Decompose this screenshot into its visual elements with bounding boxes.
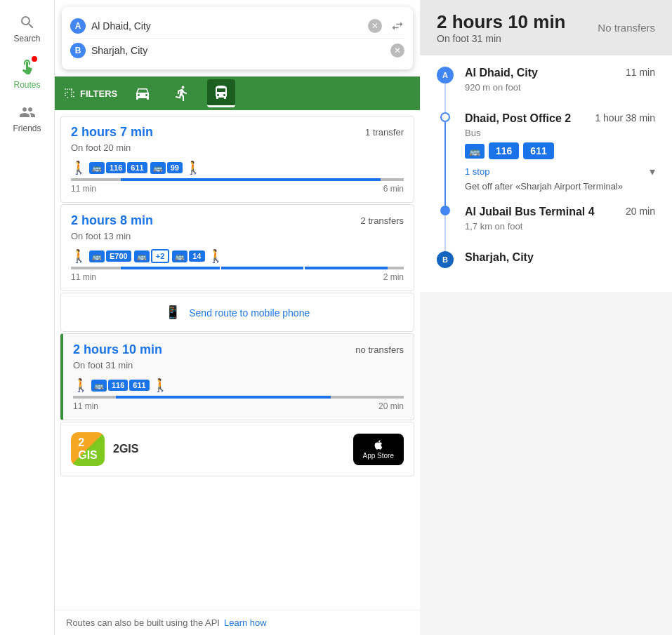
step-row-b: B Sharjah, City bbox=[437, 251, 655, 281]
step-jubail-duration: 20 min bbox=[626, 206, 655, 217]
route3-line116: 116 bbox=[108, 380, 128, 391]
route3-seg2 bbox=[116, 396, 331, 399]
destination-row: B ✕ bbox=[70, 38, 404, 62]
route3-end-time: 20 min bbox=[378, 401, 404, 411]
detail-time-block: 2 hours 10 min On foot 31 min bbox=[437, 11, 566, 44]
step-a-subtitle: 920 m on foot bbox=[465, 82, 655, 93]
origin-input[interactable] bbox=[91, 20, 362, 32]
app-card: 2GIS 2GIS App Store bbox=[60, 422, 414, 476]
app-name: 2GIS bbox=[113, 443, 138, 455]
sidebar-routes-label: Routes bbox=[13, 80, 40, 90]
route1-start-time: 11 min bbox=[71, 184, 96, 194]
route3-transport-line: 🚶 🚌 116 611 🚶 bbox=[73, 377, 404, 393]
step-stop-chevron[interactable]: ▾ bbox=[650, 165, 655, 178]
step-row-a: A Al Dhaid, City 11 min 920 m on foot bbox=[437, 67, 655, 112]
route1-transport-line: 🚶 🚌 116 611 🚌 99 🚶 bbox=[71, 160, 404, 175]
app-store-button[interactable]: App Store bbox=[353, 434, 404, 465]
clear-origin-button[interactable]: ✕ bbox=[368, 19, 382, 33]
send-route-icon: 📱 bbox=[165, 305, 180, 319]
route2-start-time: 11 min bbox=[71, 272, 96, 282]
car-transport-btn[interactable] bbox=[129, 79, 157, 107]
filters-button[interactable]: FILTERS bbox=[63, 87, 117, 100]
step-postoffice-buses: 🚌 116 611 bbox=[465, 142, 655, 159]
step-b-name-row: Sharjah, City bbox=[465, 251, 655, 264]
step-line-postoffice bbox=[444, 122, 446, 206]
sidebar-search-label: Search bbox=[13, 34, 40, 44]
route-card-3[interactable]: 2 hours 10 min no transfers On foot 31 m… bbox=[60, 333, 414, 420]
step-postoffice-name: Dhaid, Post Office 2 bbox=[465, 112, 571, 125]
step-timeline-b: B bbox=[437, 251, 454, 281]
bus-transport-btn[interactable] bbox=[207, 79, 235, 107]
walk-icon bbox=[173, 85, 190, 102]
app-logo-text: 2GIS bbox=[78, 436, 98, 462]
route3-transfers: no transfers bbox=[355, 345, 404, 355]
route3-bus1: 🚌 116 611 bbox=[91, 380, 150, 392]
detail-main-time: 2 hours 10 min bbox=[437, 11, 566, 33]
walk-transport-btn[interactable] bbox=[168, 79, 196, 107]
sidebar-item-routes[interactable]: Routes bbox=[0, 51, 54, 97]
sidebar-item-search[interactable]: Search bbox=[0, 7, 54, 51]
step-timeline-a: A bbox=[437, 67, 454, 112]
route1-line611: 611 bbox=[127, 162, 147, 173]
route2-foot: On foot 13 min bbox=[71, 231, 404, 241]
route1-seg3 bbox=[304, 178, 381, 181]
step-postoffice-mode: Bus bbox=[465, 128, 655, 138]
route3-seg1 bbox=[73, 396, 116, 399]
route1-bus1-icon: 🚌 bbox=[89, 162, 105, 174]
send-route-card[interactable]: 📱 Send route to mobile phone bbox=[60, 293, 414, 332]
route1-header: 2 hours 7 min 1 transfer bbox=[71, 125, 404, 140]
dest-input[interactable] bbox=[91, 45, 385, 56]
route3-walk2-icon: 🚶 bbox=[152, 377, 168, 393]
route1-seg1 bbox=[71, 178, 121, 181]
route1-progress-bar bbox=[71, 178, 404, 181]
origin-row: A ✕ bbox=[70, 14, 404, 38]
step-a-duration: 11 min bbox=[626, 67, 655, 78]
route3-bus1-icon: 🚌 bbox=[91, 380, 107, 392]
step-jubail-name-row: Al Jubail Bus Terminal 4 20 min bbox=[465, 206, 655, 218]
route2-walk2-icon: 🚶 bbox=[208, 248, 223, 264]
step-jubail-name: Al Jubail Bus Terminal 4 bbox=[465, 206, 595, 218]
route3-seg3 bbox=[331, 396, 404, 399]
route1-seg2 bbox=[121, 178, 304, 181]
route3-line611: 611 bbox=[129, 380, 149, 391]
main-panel: A ✕ B ✕ FILTERS bbox=[55, 0, 420, 635]
route-card-1[interactable]: 2 hours 7 min 1 transfer On foot 20 min … bbox=[60, 116, 414, 203]
step-stop-label[interactable]: 1 stop bbox=[465, 166, 489, 177]
route1-bus2: 🚌 99 bbox=[150, 162, 183, 174]
route-card-2[interactable]: 2 hours 8 min 2 transfers On foot 13 min… bbox=[60, 204, 414, 291]
route-steps: A Al Dhaid, City 11 min 920 m on foot Dh… bbox=[420, 55, 672, 292]
filter-icon bbox=[63, 87, 76, 100]
step-row-postoffice: Dhaid, Post Office 2 1 hour 38 min Bus 🚌… bbox=[437, 112, 655, 206]
step-content-a: Al Dhaid, City 11 min 920 m on foot bbox=[465, 67, 655, 112]
step-row-jubail: Al Jubail Bus Terminal 4 20 min 1,7 km o… bbox=[437, 206, 655, 251]
step-content-b: Sharjah, City bbox=[465, 251, 655, 281]
step-line-jubail bbox=[444, 215, 446, 251]
route-detail-header: 2 hours 10 min On foot 31 min No transfe… bbox=[420, 0, 672, 55]
step-line-611: 611 bbox=[523, 142, 553, 159]
step-label-b: B bbox=[437, 251, 454, 268]
route1-foot: On foot 20 min bbox=[71, 142, 404, 153]
step-line-a bbox=[444, 83, 446, 112]
app-logo: 2GIS bbox=[71, 432, 105, 466]
bottom-bar: Routes can also be built using the API L… bbox=[55, 610, 420, 635]
step-stop-row: 1 stop ▾ bbox=[465, 165, 655, 178]
bus-chip-icon: 🚌 bbox=[465, 144, 485, 159]
route2-transfers: 2 transfers bbox=[361, 215, 404, 226]
route1-seg4 bbox=[381, 178, 404, 181]
sidebar-friends-label: Friends bbox=[13, 123, 41, 133]
sidebar-item-friends[interactable]: Friends bbox=[0, 97, 54, 140]
step-postoffice-duration: 1 hour 38 min bbox=[595, 112, 655, 123]
filters-bar: FILTERS bbox=[55, 76, 420, 110]
route1-bus1: 🚌 116 611 bbox=[89, 162, 147, 174]
send-route-text: Send route to mobile phone bbox=[189, 307, 310, 319]
swap-button[interactable] bbox=[390, 19, 404, 33]
route2-bus1-icon: 🚌 bbox=[89, 250, 105, 262]
route2-transport-line: 🚶 🚌 E700 🚌 +2 🚌 14 🚶 bbox=[71, 248, 404, 264]
clear-dest-button[interactable]: ✕ bbox=[390, 44, 404, 58]
friends-icon bbox=[19, 104, 36, 121]
sidebar: Search Routes Friends bbox=[0, 0, 55, 635]
learn-how-link[interactable]: Learn how bbox=[224, 617, 267, 628]
route2-walk1-icon: 🚶 bbox=[71, 248, 86, 264]
step-a-name: Al Dhaid, City bbox=[465, 67, 538, 79]
step-a-name-row: Al Dhaid, City 11 min bbox=[465, 67, 655, 79]
